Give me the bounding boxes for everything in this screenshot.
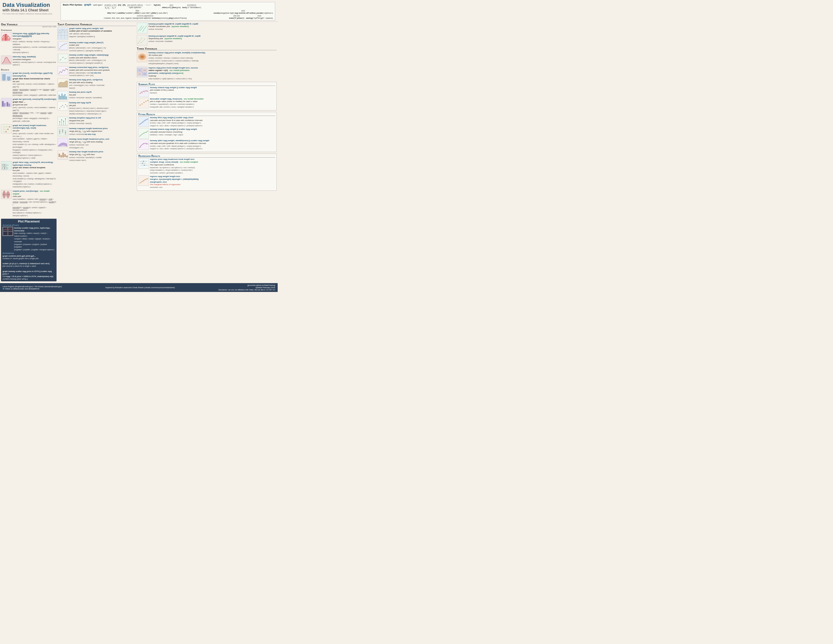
kdensity-label: smoothed histogram bbox=[13, 58, 31, 61]
juxtapose-thumb bbox=[3, 227, 13, 236]
svg-rect-117 bbox=[59, 154, 60, 157]
scatter-mlabel-card: lbl txt val twoway scatter mpg weight, m… bbox=[58, 54, 136, 64]
graphmatrix-card: y1 y2 yn graph matrix mpg price weight, … bbox=[58, 27, 136, 40]
juxtapose-label: Juxtapose (Facet) bbox=[3, 224, 55, 226]
lfitci-opts: level(#) • stdp • stdf • nofit • fitplot… bbox=[150, 122, 203, 127]
rcapsym-desc: twoway rcapsym length headroom price ran… bbox=[69, 127, 136, 135]
svg-rect-2 bbox=[5, 34, 6, 41]
contour-label: 3D contour plot bbox=[148, 54, 162, 56]
lfitci-desc: twoway lfitci mpg weight || scatter mpg … bbox=[150, 116, 275, 127]
svg-rect-1 bbox=[3, 35, 5, 41]
graphbar-hbar-note: graph hbar draws horizontal bar charts bbox=[13, 77, 50, 80]
syn-appearance-label: common appearance bbox=[137, 14, 153, 17]
rbar-desc: twoway rbar length headroom price range … bbox=[69, 151, 136, 162]
regression-results-title: Regression Results bbox=[138, 155, 275, 158]
syn-save-label: save bbox=[257, 14, 261, 17]
svg-text:mpg: mpg bbox=[138, 69, 140, 71]
graphbar2-label: grouped bar plot bbox=[13, 103, 27, 106]
svg-point-49 bbox=[59, 32, 60, 32]
svg-point-60 bbox=[62, 45, 63, 45]
juxtapose-desc: twoway scatter mpg price, by(foreign, no… bbox=[14, 227, 55, 251]
marginsplot-name2: margins, eyex(weight) at(weight = (1800(… bbox=[150, 178, 199, 180]
graphhbox-opts: over(<variable>, <options: total • gap(#… bbox=[13, 172, 56, 188]
col-mid: Two+ Continuous Variables bbox=[58, 23, 136, 282]
qfitci-thumb bbox=[138, 139, 149, 150]
footer-left: Laura Hughes (lhughes@usaid.gov) • Tim E… bbox=[3, 285, 62, 290]
superimpose-combine: graph combine plot1.gph plot2.gph... bbox=[3, 255, 36, 257]
sub-discrete: Discrete bbox=[1, 68, 56, 71]
binscatter-label: plot a single value (mean or median) for… bbox=[150, 100, 198, 103]
histogram-desc: histogram mpg, width(5) freq kdensity kd… bbox=[13, 32, 56, 54]
coefplot-thumb bbox=[138, 158, 149, 169]
superimpose-twoway: graph twoway scatter mpg price in 27/74 … bbox=[3, 270, 53, 277]
superimpose-twoway-note: combine twoway plots using || bbox=[3, 278, 27, 280]
syn-in: [in] bbox=[118, 4, 121, 6]
svg-point-168 bbox=[143, 161, 144, 162]
svg-point-79 bbox=[66, 68, 66, 69]
pcspike-thumb bbox=[137, 23, 148, 33]
svg-rect-12 bbox=[6, 102, 8, 106]
graphdot-label: dot plot bbox=[13, 130, 19, 132]
rcapsym-label: range plot (y1 ÷ y2) with capped lines bbox=[69, 130, 102, 132]
syn-by: by(var) bbox=[154, 4, 161, 6]
rbar-card: twoway rbar length headroom price range … bbox=[58, 151, 136, 162]
binscatter-desc: binscatter weight mpg, line(none) ssc in… bbox=[150, 98, 275, 109]
footer-twitter: 🐦 follow us @flaneuseks and @StataRGIS bbox=[3, 288, 39, 290]
connected-thumb bbox=[58, 66, 68, 75]
svg-rect-10 bbox=[2, 101, 4, 106]
graphmatrix-desc: graph matrix mpg price weight, half scat… bbox=[69, 27, 136, 38]
twoway-dot-label: dot plot bbox=[69, 104, 76, 106]
svg-point-76 bbox=[61, 72, 62, 73]
superimpose-scatter-note: plot several y values for a single x val… bbox=[3, 265, 36, 267]
mband-desc: twoway mband mpg weight || scatter mpg w… bbox=[150, 86, 275, 95]
dropline-name: twoway dropline mpg price in 1/5 bbox=[69, 117, 101, 119]
contour-thumb bbox=[137, 52, 148, 62]
graphbar2-hbar-note: graph hbar ... bbox=[13, 101, 26, 103]
svg-line-129 bbox=[141, 39, 145, 43]
juxtapose-card: twoway scatter mpg price, by(foreign, no… bbox=[3, 227, 55, 251]
dropline-desc: twoway dropline mpg price in 1/5 dropped… bbox=[69, 117, 136, 125]
coefplot-opts: baselevels • b(<options>) • at(<options>… bbox=[150, 167, 195, 174]
lfitci-label: calculate and plot linear fit to data wi… bbox=[150, 119, 203, 121]
svg-point-158 bbox=[147, 119, 148, 119]
graphmatrix-thumb: y1 y2 yn bbox=[58, 27, 68, 40]
coefplot-install: ssc install coefplot bbox=[180, 161, 198, 163]
svg-rect-120 bbox=[64, 154, 66, 157]
dropline-label: dropped line plot bbox=[69, 119, 84, 122]
histogram-label: histogram bbox=[13, 38, 21, 40]
lowess-label: calculate and plot lowess smoothing bbox=[150, 131, 182, 133]
regmat-install: ssc install plotmatrix bbox=[169, 69, 190, 71]
svg-point-172 bbox=[144, 165, 145, 166]
svg-point-57 bbox=[60, 48, 60, 49]
rcapsym-opts: vertical • horizontal see also rcap bbox=[69, 134, 96, 135]
graphmatrix-opts: half • jitter(#) • jitterseed(#)diagonal… bbox=[69, 33, 95, 37]
kdensity-thumb bbox=[1, 56, 11, 64]
qfitci-card: twoway qfitci mpg weight, alwidth(none) … bbox=[138, 139, 275, 150]
connected-label: scatter plot with connected lines and sy… bbox=[69, 69, 110, 71]
sub-continuous: Continuous bbox=[1, 29, 56, 31]
col-right: twoway pcspike wage68 ttl_exp68 wage88 t… bbox=[137, 23, 277, 282]
pcspike-desc: twoway pcspike wage68 ttl_exp68 wage88 t… bbox=[148, 23, 277, 31]
svg-text:yn: yn bbox=[66, 30, 67, 31]
scatter-thumb bbox=[58, 42, 68, 50]
kdensity-card: kdensity mpg, bwidth(3) smoothed histogr… bbox=[1, 56, 56, 66]
graphbar-desc: graph bar (count), over(foreign, gap(*0.… bbox=[13, 72, 56, 97]
fitting-results-title: Fitting Results bbox=[138, 113, 275, 116]
histogram-opts: bin(#) • width(#) • density • fraction •… bbox=[13, 41, 56, 53]
summary-plots-section: Summary Plots twoway mband mp bbox=[137, 82, 277, 110]
svg-text:a: a bbox=[3, 80, 4, 81]
syn-vars: y1 y2 ... yn x bbox=[105, 6, 116, 9]
juxtapose-opts: total • missing • collirst • rows(#) • c… bbox=[14, 232, 55, 251]
pccapsym-desc: twoway pccapsym wage68 ttl_exp68 wage88 … bbox=[148, 35, 277, 43]
vioplot-label: violin plot bbox=[13, 195, 21, 198]
qfitci-desc: twoway qfitci mpg weight, alwidth(none) … bbox=[150, 139, 275, 150]
svg-point-61 bbox=[63, 44, 64, 45]
svg-rect-6 bbox=[2, 74, 6, 80]
syn-ann: text(y x "annotation") bbox=[182, 6, 201, 9]
rcapsym-name: twoway rcapsym length headroom price bbox=[69, 127, 108, 130]
juxtapose-name: twoway scatter mpg price, by(foreign, no… bbox=[14, 227, 50, 232]
graphdot-opts: (axis) • (percent) • (count) + (stat: me… bbox=[13, 133, 56, 159]
superimpose-scatter: scatter y3 y2 y1 x, marker(o i) mlabel(v… bbox=[3, 262, 50, 265]
coefplot-label: Plot regression coefficients bbox=[150, 164, 174, 166]
svg-text:length: length bbox=[143, 74, 146, 74]
